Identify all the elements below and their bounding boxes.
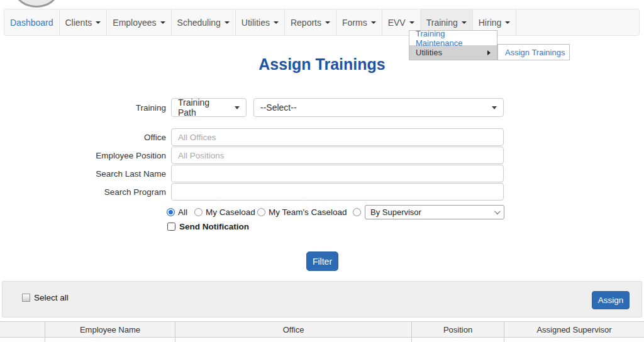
caret-down-icon (96, 21, 101, 24)
chevron-down-icon (494, 208, 501, 214)
training-label: Training (25, 103, 166, 113)
radio-my-caseload[interactable] (194, 208, 203, 216)
search-last-name-input[interactable] (171, 165, 504, 182)
caret-down-icon (325, 21, 330, 24)
radio-all-label[interactable]: All (178, 207, 187, 217)
header-cell-assigned-supervisor: Assigned Supervisor (504, 322, 644, 337)
send-notification-checkbox[interactable] (167, 223, 175, 231)
training-dropdown-menu: Training Maintenance Utilities (409, 30, 497, 60)
caret-down-icon (371, 21, 376, 24)
radio-all[interactable] (167, 208, 175, 216)
row-cell (0, 338, 45, 342)
caret-down-icon (505, 21, 510, 24)
main-navbar: Dashboard Clients Employees Scheduling U… (4, 9, 640, 36)
caret-down-icon (235, 106, 240, 109)
header-cell-office: Office (175, 322, 412, 337)
menu-item-training-maintenance[interactable]: Training Maintenance (409, 31, 497, 45)
nav-item-label: Utilities (242, 18, 270, 28)
radio-team-caseload[interactable] (257, 208, 265, 216)
training-type-select[interactable]: Training Path (171, 98, 247, 117)
supervisor-select[interactable]: By Supervisor (365, 205, 504, 219)
header-cell-checkbox (0, 322, 45, 337)
radio-group-team-caseload: My Team's Caseload (257, 207, 347, 217)
radio-my-caseload-label[interactable]: My Caseload (206, 207, 255, 217)
nav-item-label: Employees (113, 18, 156, 28)
assign-button[interactable]: Assign (592, 291, 630, 309)
row-cell (175, 338, 412, 342)
send-notification-group: Send Notification (167, 222, 249, 231)
select-all-label[interactable]: Select all (34, 293, 69, 302)
radio-team-caseload-label[interactable]: My Team's Caseload (269, 207, 347, 217)
caret-down-icon (462, 21, 467, 24)
row-cell (504, 338, 644, 342)
table-header-row: Employee Name Office Position Assigned S… (0, 321, 644, 338)
selected-value: --Select-- (260, 102, 297, 113)
header-cell-employee-name: Employee Name (45, 322, 175, 337)
results-panel (2, 281, 642, 317)
caret-down-icon (409, 21, 414, 24)
nav-item-forms[interactable]: Forms (336, 9, 382, 35)
office-input[interactable] (171, 128, 504, 146)
send-notification-label[interactable]: Send Notification (179, 222, 249, 231)
menu-item-label: Training Maintenance (416, 29, 491, 48)
filter-button[interactable]: Filter (306, 251, 338, 271)
employee-position-input[interactable] (171, 146, 504, 164)
row-cell (45, 338, 175, 342)
search-last-name-label: Search Last Name (25, 169, 166, 179)
app-logo (15, 0, 58, 8)
caret-down-icon (274, 21, 279, 24)
nav-item-reports[interactable]: Reports (285, 9, 336, 35)
radio-group-all: All (167, 207, 187, 217)
submenu-arrow-icon (487, 50, 491, 55)
menu-item-label: Utilities (416, 48, 442, 57)
nav-item-label: Clients (65, 18, 92, 28)
nav-item-employees[interactable]: Employees (107, 9, 171, 35)
radio-group-by-supervisor (353, 207, 361, 217)
radio-by-supervisor[interactable] (353, 208, 361, 216)
nav-item-label: Training (426, 18, 458, 28)
search-program-label: Search Program (25, 187, 166, 197)
nav-item-label: Hiring (479, 18, 502, 28)
nav-item-label: EVV (388, 18, 406, 28)
nav-item-label: Dashboard (10, 18, 53, 28)
nav-item-label: Forms (342, 18, 367, 28)
selected-value: By Supervisor (370, 207, 421, 217)
row-cell (412, 338, 504, 342)
search-program-input[interactable] (171, 183, 504, 201)
table-row (0, 338, 644, 342)
training-select[interactable]: --Select-- (253, 98, 504, 117)
results-table: Employee Name Office Position Assigned S… (0, 321, 644, 342)
nav-item-dashboard[interactable]: Dashboard (4, 9, 60, 35)
menu-item-assign-trainings[interactable]: Assign Trainings (497, 44, 570, 60)
select-all-checkbox[interactable] (22, 294, 30, 302)
office-label: Office (25, 133, 166, 142)
nav-item-label: Scheduling (177, 18, 221, 28)
select-all-group: Select all (22, 293, 69, 302)
selected-value: Training Path (178, 97, 230, 118)
caret-down-icon (225, 21, 230, 24)
caret-down-icon (160, 21, 165, 24)
employee-position-label: Employee Position (25, 151, 166, 160)
header-cell-position: Position (412, 322, 504, 337)
nav-item-label: Reports (291, 18, 321, 28)
nav-item-utilities[interactable]: Utilities (236, 9, 285, 35)
nav-item-scheduling[interactable]: Scheduling (172, 9, 236, 35)
menu-item-label: Assign Trainings (505, 48, 565, 57)
radio-group-my-caseload: My Caseload (194, 207, 255, 217)
caret-down-icon (492, 106, 497, 109)
nav-item-clients[interactable]: Clients (60, 9, 108, 35)
